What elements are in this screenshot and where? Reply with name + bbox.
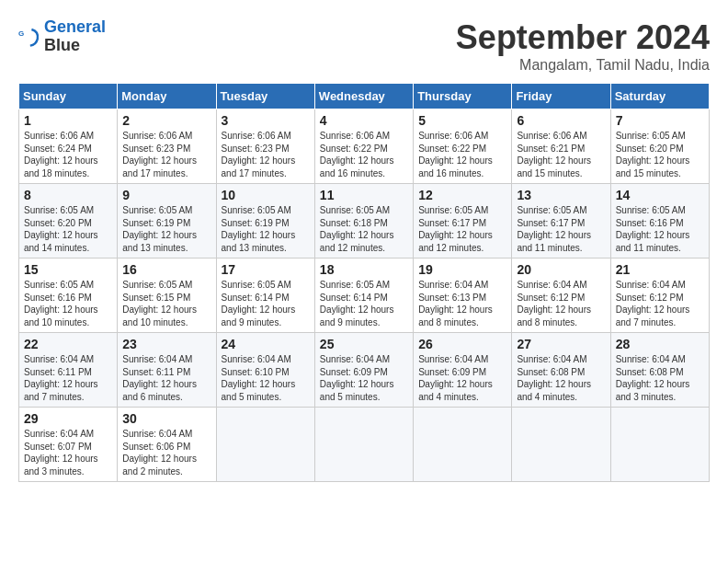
day-info: Sunrise: 6:04 AM Sunset: 6:08 PM Dayligh…	[616, 353, 704, 403]
table-row: 21Sunrise: 6:04 AM Sunset: 6:12 PM Dayli…	[610, 259, 709, 333]
day-number: 19	[418, 262, 506, 277]
day-info: Sunrise: 6:05 AM Sunset: 6:19 PM Dayligh…	[222, 204, 310, 254]
col-friday: Friday	[512, 84, 610, 109]
table-row	[314, 408, 413, 482]
day-number: 5	[418, 113, 506, 128]
calendar-week-3: 15Sunrise: 6:05 AM Sunset: 6:16 PM Dayli…	[19, 259, 710, 333]
day-info: Sunrise: 6:06 AM Sunset: 6:22 PM Dayligh…	[418, 130, 506, 179]
day-info: Sunrise: 6:05 AM Sunset: 6:20 PM Dayligh…	[616, 130, 704, 179]
day-number: 17	[222, 262, 310, 277]
day-number: 12	[418, 188, 506, 202]
day-number: 28	[616, 337, 704, 351]
day-info: Sunrise: 6:04 AM Sunset: 6:08 PM Dayligh…	[517, 353, 605, 403]
day-info: Sunrise: 6:06 AM Sunset: 6:21 PM Dayligh…	[517, 130, 605, 179]
day-info: Sunrise: 6:04 AM Sunset: 6:09 PM Dayligh…	[320, 353, 408, 403]
table-row: 27Sunrise: 6:04 AM Sunset: 6:08 PM Dayli…	[512, 333, 610, 408]
calendar-week-2: 8Sunrise: 6:05 AM Sunset: 6:20 PM Daylig…	[19, 184, 710, 259]
table-row: 6Sunrise: 6:06 AM Sunset: 6:21 PM Daylig…	[512, 109, 610, 184]
day-number: 24	[222, 337, 310, 351]
table-row: 9Sunrise: 6:05 AM Sunset: 6:19 PM Daylig…	[118, 184, 216, 259]
day-number: 8	[24, 188, 112, 202]
day-info: Sunrise: 6:04 AM Sunset: 6:11 PM Dayligh…	[122, 353, 210, 403]
page-header: G GeneralBlue September 2024 Mangalam, T…	[18, 18, 710, 74]
day-info: Sunrise: 6:05 AM Sunset: 6:19 PM Dayligh…	[122, 204, 210, 254]
day-number: 2	[122, 113, 210, 128]
day-number: 7	[616, 113, 704, 128]
day-number: 15	[24, 262, 112, 277]
table-row: 19Sunrise: 6:04 AM Sunset: 6:13 PM Dayli…	[414, 259, 512, 333]
table-row	[610, 408, 709, 482]
col-thursday: Thursday	[414, 84, 512, 109]
col-sunday: Sunday	[19, 84, 118, 109]
table-row: 22Sunrise: 6:04 AM Sunset: 6:11 PM Dayli…	[19, 333, 118, 408]
day-info: Sunrise: 6:06 AM Sunset: 6:22 PM Dayligh…	[320, 130, 408, 179]
logo: G GeneralBlue	[18, 18, 106, 55]
table-row: 23Sunrise: 6:04 AM Sunset: 6:11 PM Dayli…	[118, 333, 216, 408]
table-row: 25Sunrise: 6:04 AM Sunset: 6:09 PM Dayli…	[314, 333, 413, 408]
day-number: 9	[122, 188, 210, 202]
table-row: 10Sunrise: 6:05 AM Sunset: 6:19 PM Dayli…	[216, 184, 314, 259]
col-saturday: Saturday	[610, 84, 709, 109]
calendar-table: Sunday Monday Tuesday Wednesday Thursday…	[18, 83, 710, 482]
logo-text: GeneralBlue	[44, 18, 106, 55]
table-row: 28Sunrise: 6:04 AM Sunset: 6:08 PM Dayli…	[610, 333, 709, 408]
day-info: Sunrise: 6:04 AM Sunset: 6:07 PM Dayligh…	[24, 428, 112, 477]
day-number: 13	[517, 188, 605, 202]
calendar-header-row: Sunday Monday Tuesday Wednesday Thursday…	[19, 84, 710, 109]
table-row	[512, 408, 610, 482]
table-row	[414, 408, 512, 482]
day-info: Sunrise: 6:04 AM Sunset: 6:12 PM Dayligh…	[616, 279, 704, 328]
day-number: 11	[320, 188, 408, 202]
day-info: Sunrise: 6:05 AM Sunset: 6:17 PM Dayligh…	[517, 204, 605, 254]
month-title: September 2024	[456, 18, 710, 57]
table-row: 17Sunrise: 6:05 AM Sunset: 6:14 PM Dayli…	[216, 259, 314, 333]
day-number: 30	[122, 411, 210, 426]
day-info: Sunrise: 6:04 AM Sunset: 6:13 PM Dayligh…	[418, 279, 506, 328]
table-row: 13Sunrise: 6:05 AM Sunset: 6:17 PM Dayli…	[512, 184, 610, 259]
table-row: 7Sunrise: 6:05 AM Sunset: 6:20 PM Daylig…	[610, 109, 709, 184]
table-row: 16Sunrise: 6:05 AM Sunset: 6:15 PM Dayli…	[118, 259, 216, 333]
day-info: Sunrise: 6:06 AM Sunset: 6:23 PM Dayligh…	[122, 130, 210, 179]
table-row: 18Sunrise: 6:05 AM Sunset: 6:14 PM Dayli…	[314, 259, 413, 333]
day-info: Sunrise: 6:04 AM Sunset: 6:10 PM Dayligh…	[222, 353, 310, 403]
calendar-week-1: 1Sunrise: 6:06 AM Sunset: 6:24 PM Daylig…	[19, 109, 710, 184]
day-number: 3	[222, 113, 310, 128]
day-number: 26	[418, 337, 506, 351]
table-row: 2Sunrise: 6:06 AM Sunset: 6:23 PM Daylig…	[118, 109, 216, 184]
logo-icon: G	[18, 26, 40, 48]
day-number: 18	[320, 262, 408, 277]
day-info: Sunrise: 6:05 AM Sunset: 6:18 PM Dayligh…	[320, 204, 408, 254]
day-number: 10	[222, 188, 310, 202]
day-number: 23	[122, 337, 210, 351]
title-block: September 2024 Mangalam, Tamil Nadu, Ind…	[456, 18, 710, 74]
location: Mangalam, Tamil Nadu, India	[456, 57, 710, 74]
table-row: 30Sunrise: 6:04 AM Sunset: 6:06 PM Dayli…	[118, 408, 216, 482]
table-row: 20Sunrise: 6:04 AM Sunset: 6:12 PM Dayli…	[512, 259, 610, 333]
day-info: Sunrise: 6:05 AM Sunset: 6:14 PM Dayligh…	[222, 279, 310, 328]
table-row: 14Sunrise: 6:05 AM Sunset: 6:16 PM Dayli…	[610, 184, 709, 259]
day-number: 4	[320, 113, 408, 128]
table-row: 1Sunrise: 6:06 AM Sunset: 6:24 PM Daylig…	[19, 109, 118, 184]
day-info: Sunrise: 6:06 AM Sunset: 6:24 PM Dayligh…	[24, 130, 112, 179]
svg-text:G: G	[18, 29, 24, 38]
col-wednesday: Wednesday	[314, 84, 413, 109]
table-row: 11Sunrise: 6:05 AM Sunset: 6:18 PM Dayli…	[314, 184, 413, 259]
day-number: 20	[517, 262, 605, 277]
table-row: 3Sunrise: 6:06 AM Sunset: 6:23 PM Daylig…	[216, 109, 314, 184]
day-info: Sunrise: 6:05 AM Sunset: 6:17 PM Dayligh…	[418, 204, 506, 254]
table-row: 15Sunrise: 6:05 AM Sunset: 6:16 PM Dayli…	[19, 259, 118, 333]
day-number: 27	[517, 337, 605, 351]
day-number: 21	[616, 262, 704, 277]
table-row: 12Sunrise: 6:05 AM Sunset: 6:17 PM Dayli…	[414, 184, 512, 259]
day-number: 6	[517, 113, 605, 128]
calendar-week-4: 22Sunrise: 6:04 AM Sunset: 6:11 PM Dayli…	[19, 333, 710, 408]
table-row: 29Sunrise: 6:04 AM Sunset: 6:07 PM Dayli…	[19, 408, 118, 482]
day-info: Sunrise: 6:04 AM Sunset: 6:12 PM Dayligh…	[517, 279, 605, 328]
day-info: Sunrise: 6:04 AM Sunset: 6:09 PM Dayligh…	[418, 353, 506, 403]
table-row	[216, 408, 314, 482]
day-number: 1	[24, 113, 112, 128]
day-number: 14	[616, 188, 704, 202]
calendar-week-5: 29Sunrise: 6:04 AM Sunset: 6:07 PM Dayli…	[19, 408, 710, 482]
day-info: Sunrise: 6:05 AM Sunset: 6:14 PM Dayligh…	[320, 279, 408, 328]
table-row: 26Sunrise: 6:04 AM Sunset: 6:09 PM Dayli…	[414, 333, 512, 408]
